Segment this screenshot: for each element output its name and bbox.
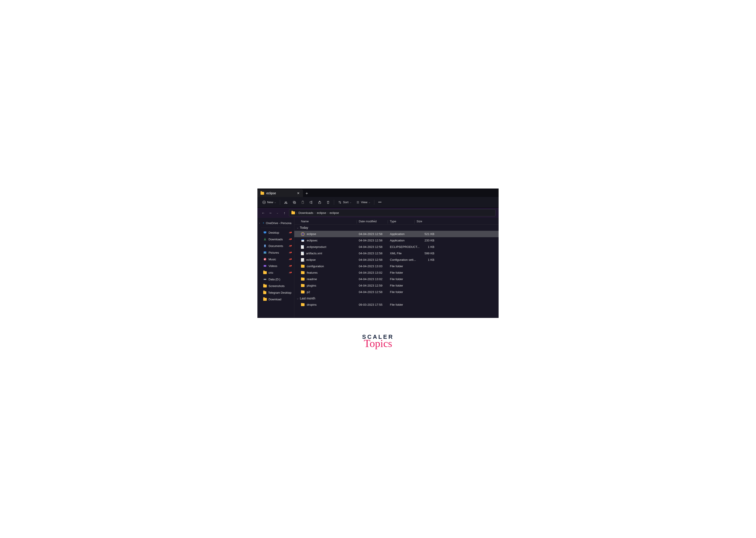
sidebar-item-data-d-[interactable]: Data (D:) (258, 276, 294, 283)
sidebar-item-documents[interactable]: Documents📌 (258, 242, 294, 249)
column-header-type[interactable]: Type (390, 220, 417, 223)
more-button[interactable]: ••• (377, 199, 383, 206)
breadcrumb-item[interactable]: eclipse (329, 211, 339, 215)
chevron-down-icon: ⌵ (297, 226, 299, 229)
file-row[interactable]: artifacts.xml04-04-2023 12:58XML File599… (294, 250, 499, 256)
file-date: 04-04-2023 12:58 (359, 245, 390, 248)
folder-icon (261, 192, 264, 195)
file-date: 04-04-2023 12:58 (359, 258, 390, 261)
sidebar-item-pictures[interactable]: Pictures📌 (258, 249, 294, 256)
file-type: File folder (390, 278, 417, 281)
file-date: 04-04-2023 12:58 (359, 232, 390, 236)
paste-button[interactable] (299, 199, 306, 206)
sidebar-label: crio (269, 271, 273, 274)
address-bar[interactable]: › Downloads › eclipse › eclipse (289, 209, 495, 216)
close-icon[interactable]: ✕ (296, 191, 301, 196)
sort-indicator-icon: ⌵ (374, 219, 375, 221)
up-button[interactable]: ↑ (282, 210, 287, 215)
forward-button[interactable]: → (268, 210, 273, 215)
column-header-size[interactable]: Size (417, 220, 436, 223)
sidebar-item-onedrive[interactable]: › OneDrive - Persona (258, 220, 294, 226)
file-size: 521 KB (417, 232, 436, 236)
file-type: File folder (390, 284, 417, 287)
file-date: 04-04-2023 12:58 (359, 239, 390, 242)
app-icon (301, 239, 305, 242)
folder-icon (301, 278, 305, 281)
sidebar-item-videos[interactable]: Videos📌 (258, 263, 294, 269)
sort-label: Sort (343, 200, 349, 204)
group-header[interactable]: ⌵Today (294, 225, 499, 231)
svg-point-13 (264, 252, 265, 252)
file-type: File folder (390, 271, 417, 274)
file-row[interactable]: readme04-04-2023 13:02File folder (294, 276, 499, 282)
file-row[interactable]: configuration04-04-2023 13:03File folder (294, 263, 499, 269)
file-name: .eclipseproduct (306, 245, 326, 248)
tab-title: eclipse (266, 191, 294, 195)
sidebar-item-download[interactable]: Download (258, 296, 294, 302)
chevron-down-icon: ⌵ (297, 297, 299, 300)
sidebar-item-desktop[interactable]: Desktop📌 (258, 229, 294, 236)
recent-button[interactable]: ⌵ (275, 210, 280, 215)
pin-icon: 📌 (288, 250, 292, 254)
chevron-down-icon: ⌵ (369, 201, 370, 203)
svg-rect-11 (264, 244, 266, 247)
sidebar-label: Desktop (269, 231, 279, 234)
breadcrumb-item[interactable]: eclipse (317, 211, 326, 215)
new-button[interactable]: New ⌵ (261, 199, 277, 206)
sidebar-item-crio[interactable]: crio📌 (258, 269, 294, 276)
logo-sub-text: Topics (364, 337, 392, 350)
file-name: artifacts.xml (306, 252, 322, 255)
chevron-right-icon: › (259, 222, 260, 224)
sidebar-item-telegram-desktop[interactable]: Telegram Desktop (258, 289, 294, 296)
rename-button[interactable] (308, 199, 315, 206)
chevron-down-icon: ⌵ (275, 201, 276, 203)
file-date: 04-04-2023 12:58 (359, 290, 390, 294)
svg-rect-10 (265, 234, 266, 234)
share-icon (318, 200, 322, 204)
separator (280, 200, 280, 205)
file-row[interactable]: plugins04-04-2023 12:59File folder (294, 282, 499, 289)
file-list-pane: Name ⌵Date modified Type Size ⌵Todayecli… (294, 218, 499, 318)
copy-button[interactable] (291, 199, 298, 206)
group-header[interactable]: ⌵Last month (294, 295, 499, 301)
file-row[interactable]: eclipsec04-04-2023 12:58Application233 K… (294, 237, 499, 243)
window-tab[interactable]: eclipse ✕ (257, 189, 303, 197)
delete-icon (326, 200, 330, 204)
column-header-date[interactable]: ⌵Date modified (359, 220, 390, 223)
sidebar-label: Data (D:) (269, 278, 280, 281)
cut-button[interactable] (282, 199, 289, 206)
pin-icon: 📌 (288, 257, 292, 261)
delete-button[interactable] (325, 199, 332, 206)
column-header-name[interactable]: Name (301, 220, 359, 223)
file-type: Configuration sett... (390, 258, 417, 261)
share-button[interactable] (316, 199, 323, 206)
cut-icon (284, 200, 288, 204)
group-label: Today (300, 226, 308, 230)
file-row[interactable]: dropins09-03-2023 17:55File folder (294, 301, 499, 308)
pin-icon: 📌 (288, 244, 292, 248)
folder-icon (291, 211, 295, 214)
file-row[interactable]: eclipse04-04-2023 12:58Application521 KB (294, 231, 499, 237)
sidebar-label: Videos (269, 264, 277, 268)
file-row[interactable]: features04-04-2023 13:02File folder (294, 269, 499, 276)
file-row[interactable]: .eclipseproduct04-04-2023 12:58ECLIPSEPR… (294, 243, 499, 250)
file-row[interactable]: p204-04-2023 12:58File folder (294, 289, 499, 295)
file-type: File folder (390, 303, 417, 306)
breadcrumb-item[interactable]: Downloads (299, 211, 313, 215)
file-date: 09-03-2023 17:55 (359, 303, 390, 306)
sort-button[interactable]: Sort ⌵ (336, 199, 353, 206)
file-size: 1 KB (417, 245, 436, 248)
folder-icon (301, 284, 305, 287)
file-type: XML File (390, 252, 417, 255)
tab-bar: eclipse ✕ ＋ (257, 188, 499, 197)
sidebar-item-music[interactable]: Music📌 (258, 256, 294, 263)
file-row[interactable]: eclipse04-04-2023 12:58Configuration set… (294, 256, 499, 263)
chevron-down-icon: ⌵ (277, 212, 278, 214)
new-tab-button[interactable]: ＋ (303, 189, 311, 197)
back-button[interactable]: ← (261, 210, 266, 215)
chevron-right-icon: › (315, 211, 316, 214)
sidebar-item-downloads[interactable]: Downloads📌 (258, 236, 294, 242)
sidebar-item-screenshots[interactable]: Screenshots (258, 283, 294, 289)
file-name: plugins (307, 284, 316, 287)
view-button[interactable]: View ⌵ (354, 199, 372, 206)
